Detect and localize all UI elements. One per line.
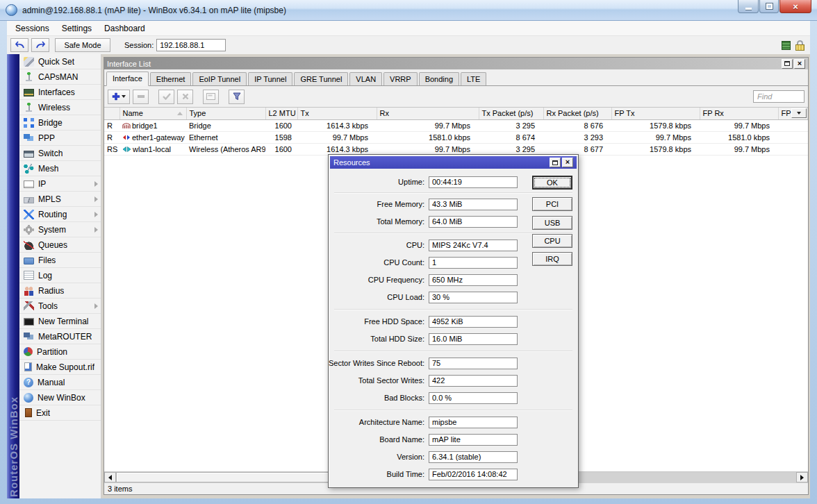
remove-button[interactable] — [133, 90, 149, 104]
usb-button[interactable]: USB — [532, 216, 572, 230]
col-rx-packet[interactable]: Rx Packet (p/s) — [543, 108, 611, 119]
find-input[interactable] — [753, 90, 804, 103]
sector-writes-since-reboot-input[interactable] — [429, 358, 518, 369]
free-memory-input[interactable] — [429, 199, 518, 210]
sidebar-item-wireless[interactable]: Wireless — [19, 100, 101, 115]
irq-button[interactable]: IRQ — [532, 252, 572, 266]
sidebar-item-new-terminal[interactable]: New Terminal — [19, 314, 101, 329]
uptime-input[interactable] — [429, 176, 518, 188]
column-selector-button[interactable] — [791, 108, 807, 118]
connection-indicator-icon — [782, 41, 791, 50]
table-row[interactable]: RS wlan1-local Wireless (Atheros AR9... … — [104, 143, 808, 155]
free-hdd-space-input[interactable] — [429, 316, 518, 328]
lock-icon — [795, 40, 805, 51]
close-button[interactable]: × — [779, 0, 811, 13]
total-sector-writes-input[interactable] — [429, 375, 518, 387]
sidebar-item-metarouter[interactable]: MetaROUTER — [19, 329, 101, 344]
session-input[interactable] — [156, 39, 226, 51]
sidebar-item-bridge[interactable]: Bridge — [19, 115, 101, 131]
cpu-frequency-input[interactable] — [429, 274, 518, 286]
safe-mode-button[interactable]: Safe Mode — [55, 38, 110, 52]
tab-interface[interactable]: Interface — [106, 72, 149, 86]
cpu-input[interactable] — [429, 240, 518, 251]
cpu-count-input[interactable] — [429, 257, 518, 269]
table-row[interactable]: R bridge1 Bridge 1600 1614.3 kbps 99.7 M… — [104, 119, 808, 131]
comment-button[interactable] — [203, 90, 219, 104]
sidebar-item-quick-set[interactable]: Quick Set — [19, 54, 101, 69]
redo-icon — [35, 41, 46, 49]
row-type: Bridge — [186, 119, 265, 131]
sidebar-item-radius[interactable]: Radius — [19, 283, 101, 299]
build-time-input[interactable] — [429, 469, 518, 480]
col-fp-t[interactable]: FP T — [778, 108, 808, 119]
sidebar-item-interfaces[interactable]: Interfaces — [19, 85, 101, 100]
sidebar-item-system[interactable]: System — [19, 222, 101, 237]
filter-button[interactable] — [229, 90, 245, 104]
dialog-close-button[interactable]: × — [562, 158, 573, 167]
sidebar-item-log[interactable]: Log — [19, 268, 101, 283]
maximize-button[interactable] — [759, 0, 779, 13]
pci-button[interactable]: PCI — [532, 197, 572, 211]
col-l2mtu[interactable]: L2 MTU — [265, 108, 297, 119]
version-input[interactable] — [429, 451, 518, 463]
col-tx[interactable]: Tx — [297, 108, 377, 119]
board-name-input[interactable] — [429, 434, 518, 446]
field-row-bad-blocks: Bad Blocks: — [329, 392, 578, 404]
tab-vlan[interactable]: VLAN — [349, 72, 382, 85]
menu-settings[interactable]: Settings — [56, 22, 98, 35]
redo-button[interactable] — [31, 38, 49, 52]
sidebar-item-files[interactable]: Files — [19, 253, 101, 268]
sidebar-item-mpls[interactable]: MPLS — [19, 192, 101, 207]
sidebar-item-ip[interactable]: IP — [19, 176, 101, 192]
col-name[interactable]: Name — [119, 108, 186, 119]
menu-sessions[interactable]: Sessions — [9, 22, 56, 35]
dialog-maximize-button[interactable] — [550, 158, 561, 167]
cpu-button[interactable]: CPU — [532, 234, 572, 248]
col-tx-packet[interactable]: Tx Packet (p/s) — [479, 108, 543, 119]
col-rx[interactable]: Rx — [377, 108, 479, 119]
table-row[interactable]: R ether1-gateway Ethernet 1598 99.7 Mbps… — [104, 131, 808, 143]
sidebar-item-ppp[interactable]: PPP — [19, 131, 101, 146]
enable-button[interactable] — [158, 90, 174, 104]
col-fp-rx[interactable]: FP Rx — [700, 108, 778, 119]
window-maximize-button[interactable] — [782, 59, 793, 69]
chevron-right-icon — [94, 196, 98, 202]
ok-button[interactable]: OK — [532, 176, 572, 190]
sidebar-item-manual[interactable]: Manual — [19, 375, 101, 390]
bad-blocks-input[interactable] — [429, 392, 518, 404]
col-flags[interactable] — [104, 108, 119, 119]
sidebar-item-switch[interactable]: Switch — [19, 146, 101, 161]
hscroll-right-button[interactable] — [796, 472, 808, 482]
disable-button[interactable] — [177, 90, 193, 104]
tab-eoip-tunnel[interactable]: EoIP Tunnel — [192, 72, 247, 85]
architecture-name-input[interactable] — [429, 417, 518, 428]
sidebar-item-tools[interactable]: Tools — [19, 299, 101, 314]
tab-lte[interactable]: LTE — [461, 72, 486, 85]
total-hdd-size-input[interactable] — [429, 333, 518, 345]
menu-dashboard[interactable]: Dashboard — [98, 22, 151, 35]
tab-ethernet[interactable]: Ethernet — [150, 72, 192, 85]
tab-gre-tunnel[interactable]: GRE Tunnel — [294, 72, 348, 85]
col-fp-tx[interactable]: FP Tx — [611, 108, 700, 119]
sidebar-item-make-supout[interactable]: Make Supout.rif — [19, 360, 101, 375]
hscroll-track[interactable] — [559, 472, 796, 482]
tab-vrrp[interactable]: VRRP — [383, 72, 418, 85]
sidebar-item-new-winbox[interactable]: New WinBox — [19, 390, 101, 405]
sidebar-item-queues[interactable]: Queues — [19, 237, 101, 253]
sidebar-item-routing[interactable]: Routing — [19, 207, 101, 222]
minimize-button[interactable] — [738, 0, 759, 13]
window-close-button[interactable]: × — [794, 59, 805, 69]
col-type[interactable]: Type — [186, 108, 265, 119]
sidebar-item-exit[interactable]: Exit — [19, 405, 101, 421]
sidebar-item-capsman[interactable]: CAPsMAN — [19, 69, 101, 85]
hscroll-left-button[interactable] — [104, 472, 116, 482]
add-interface-button[interactable] — [108, 90, 130, 104]
routing-icon — [24, 210, 34, 219]
sidebar-item-mesh[interactable]: Mesh — [19, 161, 101, 176]
cpu-load-input[interactable] — [429, 292, 518, 303]
undo-button[interactable] — [10, 38, 28, 52]
tab-ip-tunnel[interactable]: IP Tunnel — [248, 72, 292, 85]
sidebar-item-partition[interactable]: Partition — [19, 344, 101, 360]
total-memory-input[interactable] — [429, 216, 518, 228]
tab-bonding[interactable]: Bonding — [419, 72, 459, 85]
